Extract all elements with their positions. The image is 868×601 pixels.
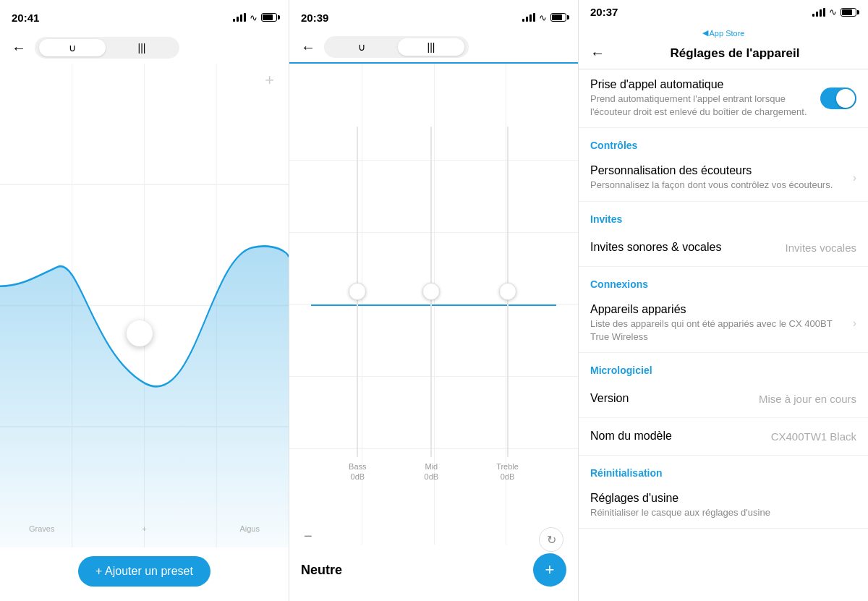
wifi-icon-2: ∿	[539, 12, 547, 23]
paired-content: Appareils appariés Liste des appareils q…	[590, 303, 853, 344]
settings-item-auto-answer[interactable]: Prise d'appel automatique Prend automati…	[579, 69, 868, 128]
model-value: CX400TW1 Black	[771, 430, 856, 443]
battery-icon-3	[841, 8, 856, 17]
bottom-bar-1: + Ajouter un preset	[0, 547, 289, 601]
earphone-custom-subtitle: Personnalisez la façon dont vous contrôl…	[590, 179, 853, 192]
section-header-firmware: Micrologiciel	[579, 353, 868, 380]
version-value: Mise à jour en cours	[759, 393, 856, 405]
nav-bar-2: ← ∪ |||	[289, 32, 578, 64]
label-plus: +	[142, 524, 146, 533]
eq-sliders-area: Bass 0dB Mid 0dB	[289, 64, 578, 545]
settings-item-invites[interactable]: Invites sonores & vocales Invites vocale…	[579, 229, 868, 267]
status-icons-2: ∿	[522, 12, 566, 23]
auto-answer-title: Prise d'appel automatique	[590, 78, 820, 91]
factory-reset-subtitle: Réinitialiser le casque aux réglages d'u…	[590, 506, 856, 519]
wifi-icon-1: ∿	[250, 12, 258, 23]
app-store-link[interactable]: ◀ App Store	[702, 28, 745, 38]
add-preset-button[interactable]: + Ajouter un preset	[78, 556, 210, 587]
add-circle-button[interactable]: +	[533, 553, 566, 587]
chevron-icon-1: ›	[853, 171, 856, 184]
earphone-custom-content: Personnalisation des écouteurs Personnal…	[590, 164, 853, 192]
slider-bass: Bass 0dB	[349, 127, 366, 482]
label-graves: Graves	[29, 524, 54, 533]
nav-tabs-1: ∪ |||	[35, 37, 179, 59]
slider-treble: Treble 0dB	[496, 127, 519, 482]
version-content: Version	[590, 392, 753, 405]
invites-value: Invites vocales	[786, 242, 856, 254]
eq-knob[interactable]	[127, 320, 153, 346]
bottom-bar-2: Neutre +	[289, 545, 578, 601]
settings-item-model: Nom du modèle CX400TW1 Black	[579, 418, 868, 456]
signal-icon-1	[233, 13, 246, 22]
wifi-icon-3: ∿	[829, 7, 837, 17]
status-icons-1: ∿	[233, 12, 277, 23]
settings-item-earphone-custom[interactable]: Personnalisation des écouteurs Personnal…	[579, 155, 868, 201]
auto-answer-subtitle: Prend automatiquement l'appel entrant lo…	[590, 93, 820, 119]
status-icons-3: ∿	[812, 7, 856, 17]
settings-item-version: Version Mise à jour en cours	[579, 380, 868, 418]
paired-subtitle: Liste des appareils qui ont été appariés…	[590, 317, 853, 344]
signal-icon-3	[812, 8, 825, 17]
tab-sliders[interactable]: |||	[109, 39, 175, 56]
minus-button[interactable]: −	[304, 528, 312, 545]
auto-answer-toggle[interactable]	[820, 88, 856, 109]
slider-label-mid: Mid 0dB	[425, 461, 439, 482]
toggle-knob	[836, 89, 855, 108]
section-header-reset: Réinitialisation	[579, 456, 868, 483]
settings-item-paired[interactable]: Appareils appariés Liste des appareils q…	[579, 294, 868, 353]
panel-eq-curve: 20:41 ∿ ← ∪	[0, 0, 289, 601]
slider-track-treble[interactable]	[507, 127, 509, 457]
time-2: 20:39	[301, 12, 328, 24]
nav-tabs-2: ∪ |||	[324, 36, 469, 58]
back-button-1[interactable]: ←	[12, 40, 26, 56]
factory-reset-content: Réglages d'usine Réinitialiser le casque…	[590, 492, 856, 519]
slider-thumb-mid[interactable]	[422, 283, 440, 300]
tab-sliders-2[interactable]: |||	[398, 38, 464, 56]
settings-item-factory-reset[interactable]: Réglages d'usine Réinitialiser le casque…	[579, 483, 868, 529]
section-header-invites: Invites	[579, 202, 868, 229]
battery-icon-2	[550, 13, 566, 22]
slider-label-treble: Treble 0dB	[496, 461, 519, 482]
time-1: 20:41	[12, 12, 39, 24]
factory-reset-title: Réglages d'usine	[590, 492, 856, 505]
section-header-connexions: Connexions	[579, 267, 868, 294]
status-top-row-3: 20:37 ∿	[590, 6, 856, 18]
back-button-2[interactable]: ←	[301, 39, 315, 56]
settings-list: Prise d'appel automatique Prend automati…	[579, 69, 868, 601]
slider-label-bass: Bass 0dB	[349, 461, 366, 482]
model-title: Nom du modèle	[590, 430, 765, 443]
preset-name-label: Neutre	[301, 563, 342, 578]
tab-curve[interactable]: ∪	[39, 39, 106, 56]
battery-icon-1	[261, 13, 277, 22]
slider-track-bass[interactable]	[357, 127, 358, 457]
paired-title: Appareils appariés	[590, 303, 853, 316]
slider-mid: Mid 0dB	[425, 127, 439, 482]
model-content: Nom du modèle	[590, 430, 765, 443]
settings-page-title: Réglages de l'appareil	[613, 46, 856, 61]
invites-content: Invites sonores & vocales	[590, 241, 780, 254]
slider-track-mid[interactable]	[430, 127, 432, 457]
slider-thumb-treble[interactable]	[499, 283, 516, 300]
panel-settings: 20:37 ∿ ◀ App Store	[579, 0, 868, 601]
settings-back-button[interactable]: ←	[590, 45, 605, 61]
status-bar-3: 20:37 ∿ ◀ App Store	[579, 0, 868, 38]
status-bar-2: 20:39 ∿	[289, 0, 578, 32]
nav-bar-1: ← ∪ |||	[0, 32, 289, 64]
eq-wave-svg	[0, 64, 289, 547]
tab-curve-2[interactable]: ∪	[328, 38, 395, 56]
eq-canvas: Graves + Aigus	[0, 64, 289, 547]
panel-eq-sliders: 20:39 ∿ ← ∪	[289, 0, 579, 601]
status-bar-1: 20:41 ∿	[0, 0, 289, 32]
label-aigus: Aigus	[239, 524, 260, 533]
eq-area: +	[0, 64, 289, 547]
earphone-custom-title: Personnalisation des écouteurs	[590, 164, 853, 177]
settings-nav-bar: ← Réglages de l'appareil	[579, 38, 868, 69]
version-title: Version	[590, 392, 753, 405]
time-3: 20:37	[590, 6, 618, 18]
slider-thumb-bass[interactable]	[349, 283, 366, 300]
chevron-icon-2: ›	[853, 317, 856, 330]
settings-item-auto-answer-content: Prise d'appel automatique Prend automati…	[590, 78, 820, 119]
section-header-controls: Contrôles	[579, 128, 868, 155]
signal-icon-2	[522, 13, 535, 22]
invites-title: Invites sonores & vocales	[590, 241, 780, 254]
